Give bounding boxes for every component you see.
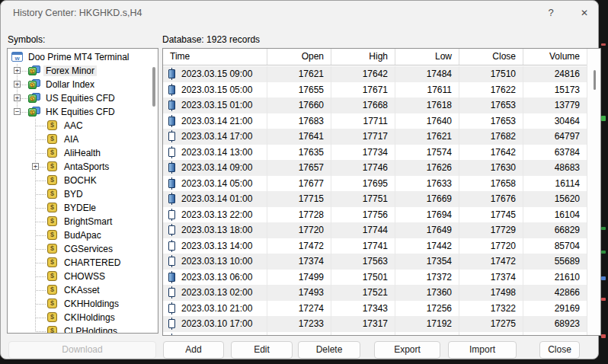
high-cell: 17671 — [331, 82, 395, 98]
tree-item-chowss[interactable]: $CHOWSS — [8, 270, 150, 283]
tree-item-ckasset[interactable]: $CKAsset — [8, 283, 150, 297]
bullish-candle-icon — [168, 146, 175, 158]
open-cell: 17655 — [267, 82, 331, 98]
bearish-candle-icon — [168, 115, 175, 127]
table-row[interactable]: 2023.03.13 22:00177281775617694177451610… — [163, 207, 587, 223]
high-cell: 17668 — [331, 97, 395, 113]
tree-item-cgservices[interactable]: $CGServices — [8, 242, 150, 256]
table-row[interactable]: 2023.03.13 02:00174931752117360174984286… — [163, 285, 587, 301]
table-row[interactable]: 2023.03.15 09:00176211764217484175102481… — [163, 66, 587, 82]
table-row[interactable]: 2023.03.14 01:00177151775117669176761562… — [163, 191, 587, 207]
tree-item-hk-equities-cfd[interactable]: −$HK Equities CFD — [8, 105, 150, 119]
table-row[interactable] — [163, 332, 587, 336]
close-window-button[interactable]: ✕ — [577, 5, 592, 21]
open-cell — [267, 332, 331, 336]
time-value: 2023.03.14 01:00 — [181, 193, 252, 204]
high-cell: 17744 — [331, 222, 395, 238]
expand-icon[interactable]: + — [14, 67, 21, 74]
tree-item-forex-minor[interactable]: +$Forex Minor — [8, 64, 150, 78]
tree-item-dollar-index[interactable]: +$Dollar Index — [8, 78, 150, 91]
tree-item-label: BYDEle — [62, 203, 98, 213]
open-cell: 17660 — [267, 97, 331, 113]
import-button[interactable]: Import — [448, 341, 517, 359]
table-scrollbar[interactable] — [587, 49, 600, 335]
bullish-candle-icon — [168, 255, 175, 267]
low-cell: 17574 — [395, 145, 459, 161]
tree-item-ckhholdings[interactable]: $CKHHoldings — [8, 297, 150, 311]
tree-item-label: Dollar Index — [43, 79, 97, 90]
tree-item-antasports[interactable]: +$AntaSports — [8, 160, 150, 174]
volume-cell: 15173 — [523, 82, 587, 98]
help-button[interactable]: ? — [543, 5, 558, 21]
symbol-group-icon: $ — [28, 107, 41, 117]
expand-icon[interactable]: + — [32, 163, 39, 170]
expand-icon[interactable]: + — [14, 81, 21, 88]
tree-item-clpholdings[interactable]: $CLPHoldings — [8, 324, 150, 334]
high-cell: 17317 — [331, 316, 395, 332]
table-scrollbar-thumb[interactable] — [594, 70, 596, 90]
table-row[interactable]: 2023.03.13 06:00174991750117372173742161… — [163, 270, 587, 286]
table-row[interactable]: 2023.03.14 05:00176771769517633176581611… — [163, 176, 587, 192]
tree-item-byd[interactable]: $BYD — [8, 187, 150, 201]
volume-cell: 68923 — [523, 316, 587, 332]
close-cell: 17720 — [459, 238, 523, 254]
table-row[interactable]: 2023.03.13 10:00173741756317354174725568… — [163, 254, 587, 270]
time-cell: 2023.03.15 05:00 — [163, 82, 267, 98]
open-cell: 17657 — [267, 160, 331, 176]
bearish-candle-icon — [168, 161, 175, 174]
chart-mark — [601, 334, 606, 338]
expand-icon[interactable]: + — [14, 94, 21, 101]
volume-cell: 15620 — [523, 191, 587, 207]
delete-button[interactable]: Delete — [298, 341, 360, 359]
tree-scrollbar[interactable] — [152, 50, 156, 331]
edit-button[interactable]: Edit — [231, 341, 293, 359]
tree-item-label: US Equities CFD — [43, 93, 117, 104]
title-bar[interactable]: History Center: HKGHKD.s,H4 ? ✕ — [1, 1, 598, 25]
low-cell: 17360 — [395, 285, 459, 301]
time-cell: 2023.03.13 06:00 — [163, 270, 267, 286]
dollar-badge: $ — [30, 82, 35, 88]
table-row[interactable]: 2023.03.14 13:00176351773417574176426378… — [163, 145, 587, 161]
collapse-icon[interactable]: − — [14, 108, 21, 115]
export-button[interactable]: Export — [374, 341, 440, 359]
table-row[interactable]: 2023.03.13 18:00177201774417649177296682… — [163, 222, 587, 238]
add-button[interactable]: Add — [163, 341, 224, 359]
tree-item-bochk[interactable]: $BOCHK — [8, 174, 150, 187]
volume-cell: 29169 — [523, 301, 587, 317]
close-button[interactable]: Close — [539, 341, 580, 359]
table-row[interactable]: 2023.03.13 14:00174721774117442177208570… — [163, 238, 587, 254]
symbol-coin-icon: $ — [47, 285, 57, 295]
tree-item-aac[interactable]: $AAC — [8, 119, 150, 133]
close-cell: 17498 — [459, 285, 523, 301]
tree-item-budapac[interactable]: $BudApac — [8, 228, 150, 242]
high-cell: 17563 — [331, 254, 395, 270]
column-header-close: Close — [459, 49, 523, 65]
time-value: 2023.03.13 10:00 — [181, 256, 252, 267]
low-cell: 17611 — [395, 82, 459, 98]
time-value: 2023.03.13 02:00 — [181, 287, 252, 298]
tree-item-bydele[interactable]: $BYDEle — [8, 201, 150, 215]
symbol-coin-icon: $ — [47, 216, 57, 226]
table-row[interactable]: 2023.03.15 01:00176601766817618176531377… — [163, 97, 587, 113]
tree-item-ckiholdings[interactable]: $CKIHoldings — [8, 311, 150, 324]
column-header-high: High — [331, 49, 395, 65]
table-row[interactable]: 2023.03.10 17:00172331731717192172756892… — [163, 316, 587, 332]
table-row[interactable]: 2023.03.14 09:00176571774617626176304868… — [163, 160, 587, 176]
tree-item-chartered[interactable]: $CHARTERED — [8, 256, 150, 270]
tree-item-us-equities-cfd[interactable]: +$US Equities CFD — [8, 91, 150, 105]
symbol-coin-icon: $ — [47, 175, 57, 185]
tree-scrollbar-thumb[interactable] — [152, 67, 155, 107]
table-header: TimeOpenHighLowCloseVolume — [163, 49, 587, 65]
tree-item-alihealth[interactable]: $AliHealth — [8, 146, 150, 160]
table-row[interactable]: 2023.03.15 05:00176551767117611176221517… — [163, 82, 587, 98]
table-row[interactable]: 2023.03.14 17:00176411771717621176826479… — [163, 129, 587, 145]
tree-item-brightsmart[interactable]: $BrightSmart — [8, 215, 150, 228]
time-value: 2023.03.14 05:00 — [181, 178, 252, 189]
tree-item-doo-prime-mt4-terminal[interactable]: wDoo Prime MT4 Terminal — [8, 50, 150, 64]
close-cell: 17322 — [459, 301, 523, 317]
tree-item-aia[interactable]: $AIA — [8, 133, 150, 146]
table-row[interactable]: 2023.03.10 21:00172741734317256173222916… — [163, 301, 587, 317]
chart-mark — [601, 43, 606, 46]
bullish-candle-icon — [168, 224, 175, 236]
table-row[interactable]: 2023.03.14 21:00176831771117640176533046… — [163, 113, 587, 129]
